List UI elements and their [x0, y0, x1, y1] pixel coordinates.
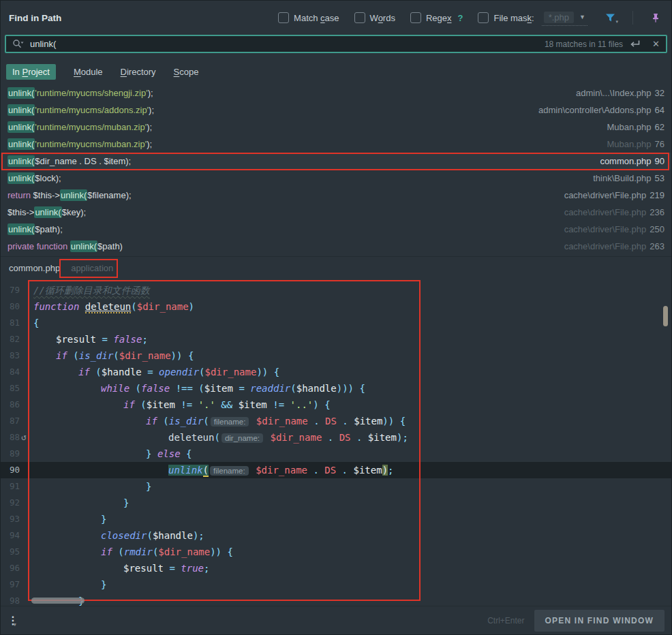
result-row[interactable]: unlink('runtime/myucms/shengji.zip');adm… [1, 84, 671, 102]
results-list: unlink('runtime/myucms/shengji.zip');adm… [1, 84, 671, 255]
words-checkbox-box[interactable] [354, 12, 365, 23]
match-highlight: unlink( [7, 223, 35, 235]
match-count-label: 18 matches in 11 files [545, 40, 623, 49]
search-icon [12, 39, 24, 49]
code-line-84: 84if ($handle = opendir($dir_name)) { [1, 364, 671, 380]
file-mask-checkbox-box[interactable] [478, 12, 489, 23]
result-line-number: 250 [650, 224, 665, 234]
code-text: function deleteun($dir_name) [28, 298, 194, 315]
filter-dropdown-arrow-icon: ▾ [615, 19, 618, 25]
options-row: Match caseWordsRegex?File mask:*.php▼ ▾ [278, 10, 663, 26]
match-case-label: Match case [294, 13, 339, 23]
code-line-91: 91} [1, 478, 671, 495]
result-file-path: cache\driver\File.php [564, 190, 647, 200]
result-line-number: 219 [650, 190, 665, 200]
code-text: if ($item != '.' && $item != '..') { [28, 397, 331, 413]
code-line-92: 92} [1, 495, 671, 511]
result-file-location: cache\driver\File.php236 [564, 207, 665, 217]
filter-button[interactable]: ▾ [602, 10, 617, 25]
line-number: 80 [1, 298, 28, 315]
open-in-find-window-button[interactable]: OPEN IN FIND WINDOW [534, 610, 665, 632]
checkbox-match-case[interactable]: Match case [278, 12, 339, 23]
line-number: 92 [1, 495, 28, 511]
code-text: closedir($handle); [28, 527, 204, 544]
search-input[interactable]: unlink( 18 matches in 11 files ✕ [5, 35, 667, 53]
scope-tab-scope[interactable]: Scope [174, 67, 199, 77]
enter-arrow-icon [629, 40, 641, 48]
result-row[interactable]: private function unlink($path)cache\driv… [1, 238, 671, 255]
file-mask-value: *.php [544, 12, 574, 23]
preview-tab-bar: common.php application [1, 256, 671, 279]
result-row[interactable]: return $this->unlink($filename);cache\dr… [1, 187, 671, 204]
more-options-button[interactable]: ⋮▾ [7, 614, 20, 627]
result-row[interactable]: unlink($dir_name . DS . $item);common.ph… [1, 153, 671, 170]
checkbox-file-mask[interactable]: File mask:*.php▼ [478, 10, 587, 26]
line-number: 91 [1, 478, 28, 495]
code-text: $result = true; [28, 560, 209, 576]
find-in-path-dialog: Find in Path Match caseWordsRegex?File m… [0, 0, 672, 635]
words-label: Words [370, 13, 395, 23]
result-row[interactable]: unlink('runtime/myucms/muban.zip');Muban… [1, 136, 671, 153]
code-preview-editor[interactable]: 79//循环删除目录和文件函数80function deleteun($dir_… [1, 279, 671, 607]
result-line-number: 62 [655, 122, 665, 132]
regex-label: Regex [426, 13, 452, 23]
code-text: //循环删除目录和文件函数 [28, 282, 150, 298]
result-line-number: 263 [650, 241, 665, 251]
result-row[interactable]: unlink('runtime/myucms/addons.zip');admi… [1, 102, 671, 119]
regex-help-icon[interactable]: ? [458, 13, 463, 23]
preview-module-name: application [71, 263, 113, 273]
scope-tab-module[interactable]: Module [74, 67, 103, 77]
code-line-90: 90unlink(filename: $dir_name . DS . $ite… [1, 462, 671, 478]
result-row[interactable]: unlink($lock);think\Build.php53 [1, 170, 671, 187]
result-row[interactable]: unlink('runtime/myucms/muban.zip');Muban… [1, 119, 671, 136]
code-line-83: 83if (is_dir($dir_name)) { [1, 347, 671, 364]
result-code-text: unlink('runtime/myucms/muban.zip'); [7, 139, 152, 149]
pin-button[interactable] [648, 10, 663, 25]
checkbox-regex[interactable]: Regex? [410, 12, 463, 23]
code-line-85: 85while (false !== ($item = readdir($han… [1, 380, 671, 397]
close-icon[interactable]: ✕ [652, 40, 660, 48]
code-text: } else { [28, 446, 192, 462]
line-number: 93 [1, 511, 28, 527]
result-code-text: unlink('runtime/myucms/muban.zip'); [7, 122, 152, 132]
line-number: 85 [1, 380, 28, 397]
match-highlight: unlink( [7, 172, 35, 184]
result-file-location: cache\driver\File.php219 [564, 190, 665, 200]
scope-tab-in-project[interactable]: In Project [6, 64, 56, 80]
inlay-hint: filename: [210, 466, 249, 476]
match-highlight: unlink( [7, 104, 35, 116]
result-file-path: cache\driver\File.php [564, 224, 647, 234]
result-row[interactable]: unlink($path);cache\driver\File.php250 [1, 221, 671, 238]
code-line-80: 80function deleteun($dir_name) [1, 298, 671, 315]
line-number: 84 [1, 364, 28, 380]
result-line-number: 32 [655, 88, 665, 98]
match-highlight: unlink( [7, 155, 35, 167]
result-file-path: common.php [600, 156, 651, 166]
line-number: 82 [1, 331, 28, 347]
file-mask-dropdown-arrow-icon[interactable]: ▼ [579, 14, 585, 20]
file-mask-label: File mask: [493, 13, 534, 23]
result-file-location: admin\...\Index.php32 [576, 88, 665, 98]
line-number: 79 [1, 282, 28, 298]
match-case-checkbox-box[interactable] [278, 12, 289, 23]
code-text: } [28, 478, 151, 495]
code-text: } [28, 576, 106, 593]
scope-tab-directory[interactable]: Directory [121, 67, 156, 77]
match-highlight: unlink [168, 465, 203, 476]
checkbox-words[interactable]: Words [354, 12, 395, 23]
header-separator [632, 11, 633, 25]
regex-checkbox-box[interactable] [410, 12, 421, 23]
line-number: 98 [1, 593, 28, 607]
line-number: 83 [1, 347, 28, 364]
preview-file-name[interactable]: common.php [9, 263, 60, 273]
dialog-title: Find in Path [9, 13, 61, 23]
horizontal-scrollbar-thumb[interactable] [31, 598, 85, 604]
match-highlight: unlink( [7, 138, 35, 150]
result-code-text: unlink('runtime/myucms/addons.zip'); [7, 105, 154, 115]
result-row[interactable]: $this->unlink($key);cache\driver\File.ph… [1, 204, 671, 221]
result-file-path: cache\driver\File.php [564, 207, 647, 217]
result-line-number: 53 [655, 173, 665, 183]
result-file-path: Muban.php [607, 139, 651, 149]
file-mask-combo[interactable]: *.php▼ [542, 10, 587, 26]
vertical-scrollbar-thumb[interactable] [663, 306, 668, 326]
